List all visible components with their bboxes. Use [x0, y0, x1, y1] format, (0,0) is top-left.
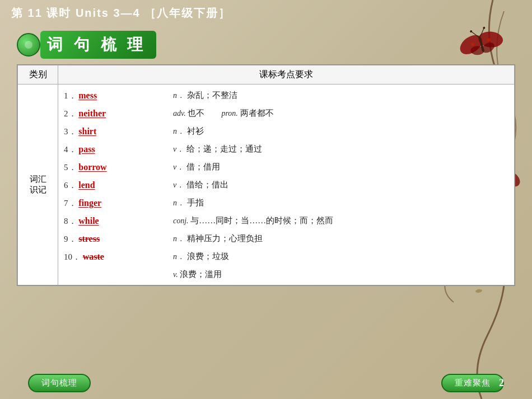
vocab-row-7: 7． finger n． 手指 [64, 194, 508, 212]
word-8: while [78, 212, 123, 230]
category-text: 词汇识记 [30, 175, 46, 194]
svg-point-25 [25, 41, 32, 49]
def-8: conj. 与……同时；当……的时候；而；然而 [173, 216, 333, 225]
vocab-row-10: 10． waste n． 浪费；垃圾 [64, 248, 508, 266]
vocab-row-1: 1． mess n． 杂乱；不整洁 [64, 87, 508, 105]
vocab-row-10b: v. 浪费；滥用 [64, 266, 508, 283]
num-9: 9． [64, 234, 77, 243]
num-2: 2． [64, 109, 77, 118]
btn-vocab[interactable]: 词句梳理 [28, 374, 91, 392]
word-3: shirt [78, 123, 123, 140]
word-1: mess [78, 87, 123, 105]
word-10: waste [83, 252, 104, 261]
content-cell: 1． mess n． 杂乱；不整洁 2． neither [58, 85, 515, 285]
def-10a: n． 浪费；垃圾 [173, 252, 229, 261]
def-7: n． 手指 [173, 198, 204, 207]
num-7: 7． [64, 199, 77, 208]
word-4: pass [78, 140, 123, 158]
def-1: n． 杂乱；不整洁 [173, 91, 237, 100]
def-5: v． 借；借用 [173, 162, 220, 171]
def-3: n． 衬衫 [173, 126, 204, 135]
def-9: n． 精神压力；心理负担 [173, 234, 263, 243]
def-4: v． 给；递；走过；通过 [173, 144, 262, 153]
num-4: 4． [64, 145, 77, 154]
num-8: 8． [64, 217, 77, 226]
word-2: neither [78, 105, 123, 123]
badge-section: 词 句 梳 理 [17, 31, 515, 59]
main-table: 类别 课标考点要求 词汇识记 1． mess n． 杂乱 [17, 64, 515, 286]
vocab-row-9: 9． stress n． 精神压力；心理负担 [64, 230, 508, 248]
word-6: lend [78, 176, 123, 194]
def-2: adv. 也不 pron. 两者都不 [173, 109, 274, 118]
num-10: 10． [64, 252, 81, 261]
num-6: 6． [64, 181, 77, 190]
footer: 词句梳理 重难聚焦 [0, 374, 532, 392]
num-1: 1． [64, 91, 77, 100]
header: 第 11 课时 Units 3—4 ［八年级下册］ [0, 0, 532, 26]
def-6: v． 借给；借出 [173, 180, 228, 189]
def-10b: v. 浪费；滥用 [173, 270, 222, 279]
header-title: 第 11 课时 Units 3—4 ［八年级下册］ [11, 6, 231, 21]
vocab-row-5: 5． borrow v． 借；借用 [64, 158, 508, 176]
page-number: 2 [499, 377, 504, 389]
word-5: borrow [78, 158, 123, 176]
col2-header: 课标考点要求 [58, 65, 515, 85]
word-7: finger [78, 194, 123, 212]
vocab-row-4: 4． pass v． 给；递；走过；通过 [64, 140, 508, 158]
badge-label: 词 句 梳 理 [40, 31, 156, 59]
vocab-row-8: 8． while conj. 与……同时；当……的时候；而；然而 [64, 212, 508, 230]
vocab-row-3: 3． shirt n． 衬衫 [64, 123, 508, 140]
category-cell: 词汇识记 [18, 85, 58, 285]
vocab-row-2: 2． neither adv. 也不 pron. 两者都不 [64, 105, 508, 123]
btn-focus[interactable]: 重难聚焦 [441, 374, 504, 392]
num-5: 5． [64, 163, 77, 172]
vocab-row-6: 6． lend v． 借给；借出 [64, 176, 508, 194]
col1-header: 类别 [18, 65, 58, 85]
num-3: 3． [64, 127, 77, 136]
green-circle-icon [17, 33, 40, 57]
word-9: stress [78, 234, 100, 243]
